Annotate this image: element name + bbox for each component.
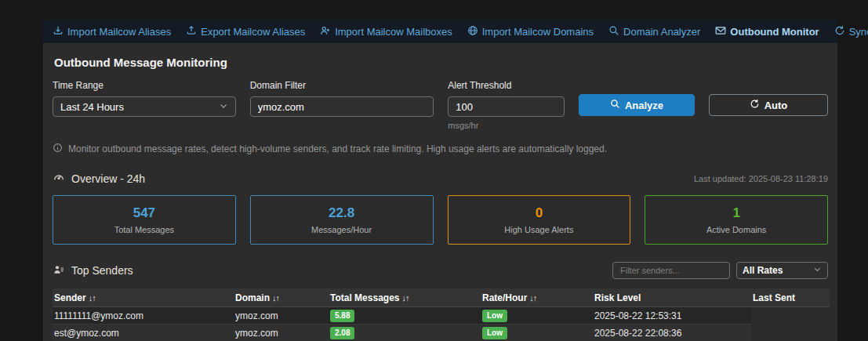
alert-threshold-input[interactable] (448, 96, 565, 117)
nav-import-mailcow-domains[interactable]: Import Mailcow Domains (467, 25, 594, 38)
domain-cell: ymoz.com (234, 328, 329, 339)
time-range-select[interactable]: Last 24 Hours (53, 96, 236, 117)
people-icon (53, 263, 65, 278)
column-header-risk-level: Risk Level (593, 292, 751, 303)
sort-icon: ↓↑ (401, 293, 409, 303)
risk-level-cell: 2025-08-22 22:08:36 (593, 328, 751, 339)
domain-cell: ymoz.com (234, 310, 329, 321)
nav-item-label: Domain Analyzer (623, 26, 700, 38)
upload-icon (186, 25, 197, 38)
nav-domain-analyzer[interactable]: Domain Analyzer (608, 25, 700, 38)
overview-cards: 547 Total Messages 22.8 Messages/Hour 0 … (53, 195, 828, 245)
top-senders-title: Top Senders (71, 264, 133, 277)
search-icon (610, 99, 620, 111)
filter-senders-input[interactable] (612, 262, 730, 279)
stat-card-messages-hour: 22.8 Messages/Hour (250, 195, 434, 245)
auto-button[interactable]: Auto (709, 94, 828, 116)
time-range-value: Last 24 Hours (60, 101, 124, 113)
table-row: 11111111@ymoz.com ymoz.com 5.88 Low 2025… (53, 307, 751, 325)
info-banner: Monitor outbound message rates, detect h… (53, 143, 828, 155)
alert-threshold-label: Alert Threshold (448, 80, 565, 91)
column-header-rate-hour[interactable]: Rate/Hour↓↑ (481, 292, 593, 303)
overview-header: Overview - 24h Last updated: 2025-08-23 … (53, 171, 828, 186)
column-header-last-sent: Last Sent (751, 292, 830, 303)
nav-item-label: Import Mailcow Aliases (67, 26, 171, 38)
stat-value: 1 (732, 205, 739, 221)
domain-filter-label: Domain Filter (250, 80, 434, 91)
total-messages-badge: 5.88 (330, 310, 354, 322)
stat-label: Total Messages (114, 225, 174, 234)
person-plus-icon (320, 25, 331, 38)
top-senders-header: Top Senders All Rates (53, 262, 828, 279)
nav-item-label: Outbound Monitor (730, 26, 819, 38)
stat-card-high-usage-alerts: 0 High Usage Alerts (448, 195, 631, 245)
stat-value: 547 (133, 205, 155, 221)
stat-card-total-messages: 547 Total Messages (53, 195, 236, 245)
domain-filter-input[interactable] (250, 96, 434, 117)
chevron-down-icon (219, 101, 228, 113)
auto-button-label: Auto (764, 100, 788, 111)
globe-icon (467, 25, 478, 38)
envelope-icon (715, 25, 726, 38)
main-container: Import Mailcow Aliases Export Mailcow Al… (43, 20, 837, 341)
stat-label: Messages/Hour (311, 225, 372, 234)
analyze-button[interactable]: Analyze (579, 94, 695, 116)
nav-import-mailcow-aliases[interactable]: Import Mailcow Aliases (53, 25, 171, 38)
outbound-monitor-panel: Outbound Message Monitoring Time Range L… (43, 43, 837, 341)
gauge-icon (53, 171, 65, 186)
risk-level-cell: 2025-08-22 12:53:31 (593, 310, 751, 321)
table-row: est@ymoz.com ymoz.com 2.08 Low 2025-08-2… (53, 325, 751, 341)
sender-cell: 11111111@ymoz.com (53, 310, 234, 321)
sort-icon: ↓↑ (529, 293, 536, 303)
rate-badge: Low (482, 310, 507, 322)
analyze-button-label: Analyze (625, 100, 663, 111)
sort-icon: ↓↑ (272, 293, 279, 303)
info-text: Monitor outbound message rates, detect h… (68, 143, 607, 154)
nav-item-label: Import Mailcow Mailboxes (335, 26, 452, 38)
rate-badge: Low (482, 327, 507, 339)
nav-export-mailcow-aliases[interactable]: Export Mailcow Aliases (186, 25, 305, 38)
table-header-row: Sender↓↑ Domain↓↑ Total Messages↓↑ Rate/… (53, 288, 830, 307)
rates-filter-select[interactable]: All Rates (736, 262, 828, 279)
sender-cell: est@ymoz.com (53, 328, 234, 339)
nav-import-mailcow-mailboxes[interactable]: Import Mailcow Mailboxes (320, 25, 452, 38)
column-header-total-messages[interactable]: Total Messages↓↑ (329, 292, 481, 303)
monitor-form: Time Range Last 24 Hours Domain Filter A… (53, 80, 828, 130)
nav-item-label: Import Mailcow Domains (482, 26, 594, 38)
sync-icon (834, 25, 845, 38)
page-title: Outbound Message Monitoring (54, 56, 830, 69)
total-messages-badge: 2.08 (330, 327, 354, 339)
refresh-icon (750, 99, 760, 111)
info-icon (53, 143, 63, 155)
nav-outbound-monitor[interactable]: Outbound Monitor (715, 25, 819, 38)
time-range-label: Time Range (53, 80, 236, 91)
overview-title: Overview - 24h (71, 172, 145, 185)
stat-value: 0 (536, 205, 543, 221)
alert-threshold-unit: msgs/hr (448, 121, 565, 130)
rates-filter-value: All Rates (743, 265, 783, 276)
nav-item-label: Export Mailcow Aliases (201, 26, 305, 38)
top-navbar: Import Mailcow Aliases Export Mailcow Al… (43, 20, 837, 43)
search-icon (608, 25, 619, 38)
nav-item-label: Sync Manager (849, 26, 868, 38)
chevron-down-icon (813, 265, 822, 276)
stat-label: High Usage Alerts (504, 225, 573, 234)
top-senders-table: Sender↓↑ Domain↓↑ Total Messages↓↑ Rate/… (53, 288, 828, 341)
stat-label: Active Domains (706, 225, 766, 234)
column-header-sender[interactable]: Sender↓↑ (53, 292, 234, 303)
stat-card-active-domains: 1 Active Domains (645, 195, 828, 245)
sort-icon: ↓↑ (89, 293, 96, 303)
nav-sync-manager[interactable]: Sync Manager (834, 25, 868, 38)
last-updated: Last updated: 2025-08-23 11:28:19 (694, 174, 828, 183)
download-icon (53, 25, 64, 38)
stat-value: 22.8 (329, 205, 354, 221)
column-header-domain[interactable]: Domain↓↑ (234, 292, 329, 303)
